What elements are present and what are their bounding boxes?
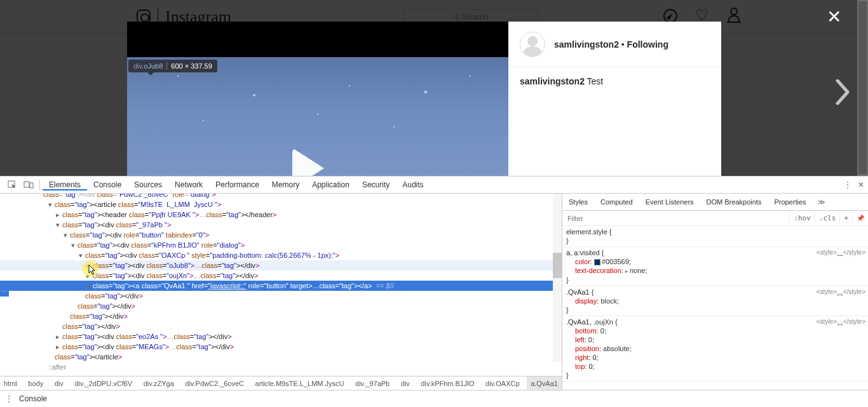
css-rule[interactable]: element.style {} [562, 226, 868, 247]
dom-row[interactable]: class="tag"><div class="PdwC2 _6oveC" ro… [0, 194, 562, 199]
inspect-element-icon[interactable] [4, 180, 20, 190]
dom-row[interactable]: class="tag"></div> [0, 311, 562, 321]
video-container[interactable]: div.oJub8 600 × 337.59 [127, 22, 508, 176]
page-viewport: Instagram ⚲ Search ✕ div.oJub8 600 × 337… [0, 0, 868, 176]
crumb[interactable]: div.OAXCp [482, 377, 524, 390]
dom-row[interactable]: class="tag"><div class="OAXCp " style="p… [0, 250, 562, 260]
dom-row[interactable]: class="tag"></div> [0, 301, 562, 311]
svg-rect-1 [24, 182, 29, 187]
tab-memory[interactable]: Memory [266, 180, 306, 189]
avatar[interactable] [520, 32, 545, 57]
devtools-body: class="tag"><div class="PdwC2 _6oveC" ro… [0, 194, 868, 390]
styles-tab-computed[interactable]: Computed [594, 194, 639, 210]
breadcrumbs[interactable]: htmlbodydivdiv._2dDPU.vCf6Vdiv.zZYgadiv.… [0, 376, 562, 390]
dom-row[interactable]: class="tag"><article class="M9sTE L_LMM … [0, 199, 562, 210]
dom-row[interactable]: class="tag"><div class="kPFhm B1JlO" rol… [0, 240, 562, 250]
drawer-tab-console[interactable]: Console [19, 394, 47, 403]
crumb[interactable]: div.zZYga [140, 377, 178, 390]
crumb[interactable]: body [24, 377, 47, 390]
styles-filter-row: :hov .cls + [562, 211, 868, 226]
devtools-right-tools: ⋮ ✕ [844, 180, 868, 189]
next-chevron-icon[interactable] [834, 79, 851, 107]
inspect-tooltip: div.oJub8 600 × 337.59 [128, 60, 217, 72]
tab-application[interactable]: Application [306, 180, 356, 189]
nav-icons [663, 9, 741, 23]
dom-row[interactable]: class="tag"></div> [0, 321, 562, 331]
elements-panel: class="tag"><div class="PdwC2 _6oveC" ro… [0, 194, 562, 390]
dom-row[interactable]: class="tag"><div role="button" tabindex=… [0, 230, 562, 240]
devtools-drawer: ⋮ Console [0, 390, 868, 407]
activity-icon[interactable] [695, 9, 709, 23]
hov-toggle[interactable]: :hov [789, 211, 815, 226]
dom-row[interactable]: class="tag"><a class="QvAa1 " href="java… [0, 281, 562, 291]
tooltip-el: div [133, 62, 142, 70]
crumb[interactable]: div [397, 377, 414, 390]
scrollbar-thumb[interactable] [858, 1, 867, 174]
css-rule[interactable]: <style>…</style>a, a:visited {color: #00… [562, 247, 868, 286]
crumb[interactable]: div._97aPb [351, 377, 393, 390]
dom-row[interactable]: class="tag"><div class="MEAGs">…class="t… [0, 342, 562, 352]
user-line: samlivingston2 • Following [554, 39, 668, 50]
crumb[interactable]: div._2dDPU.vCf6V [71, 377, 136, 390]
svg-rect-2 [30, 183, 33, 188]
tooltip-class: .oJub8 [142, 62, 163, 70]
dom-scroll-thumb[interactable] [553, 253, 562, 278]
styles-tab-dom-breakpoints[interactable]: DOM Breakpoints [700, 194, 768, 210]
profile-icon[interactable] [727, 9, 741, 23]
crumb[interactable]: article.M9sTE.L_LMM.JyscU [252, 377, 348, 390]
crumb[interactable]: div [51, 377, 67, 390]
styles-filter-input[interactable] [562, 211, 789, 225]
css-rule[interactable]: <style>…</style>.QvAa1 {display: block;} [562, 286, 868, 316]
kebab-icon[interactable]: ⋮ [844, 180, 851, 189]
styles-tab-event-listeners[interactable]: Event Listeners [639, 194, 700, 210]
tab-console[interactable]: Console [87, 180, 128, 189]
search-placeholder: Search [462, 12, 488, 22]
tab-performance[interactable]: Performance [209, 180, 266, 189]
styles-tabbar: StylesComputedEvent ListenersDOM Breakpo… [562, 194, 868, 211]
crumb[interactable]: a.QvAa1 [527, 377, 562, 390]
tab-security[interactable]: Security [356, 180, 396, 189]
post-modal: div.oJub8 600 × 337.59 samlivingston2 • … [127, 22, 721, 176]
drawer-kebab-icon[interactable]: ⋮ [5, 394, 13, 403]
tab-elements[interactable]: Elements [43, 180, 87, 190]
styles-rules[interactable]: element.style {}<style>…</style>a, a:vis… [562, 226, 868, 390]
new-rule-button[interactable]: + [839, 211, 852, 226]
dom-row[interactable]: class="tag"><div class="oJub8">…class="t… [0, 260, 562, 270]
css-rule[interactable]: <style>…</style>.QvAa1, .oujXn {bottom: … [562, 316, 868, 382]
dom-row[interactable]: class="tag"><div class="_97aPb "> [0, 220, 562, 230]
styles-tab-styles[interactable]: Styles [562, 194, 594, 211]
tooltip-dims: 600 × 337.59 [171, 62, 212, 70]
post-caption: samlivingston2 Test [508, 67, 721, 95]
tab-audits[interactable]: Audits [396, 180, 430, 189]
dom-row[interactable]: ::after [0, 362, 562, 372]
tab-network[interactable]: Network [168, 180, 209, 189]
crumb[interactable]: div.PdwC2._6oveC [181, 377, 248, 390]
crumb[interactable]: html [0, 377, 21, 390]
cls-toggle[interactable]: .cls [815, 211, 840, 226]
page-scrollbar[interactable] [857, 0, 868, 176]
dom-tree[interactable]: class="tag"><div class="PdwC2 _6oveC" ro… [0, 194, 562, 376]
post-sidebar: samlivingston2 • Following samlivingston… [508, 22, 721, 176]
styles-tabs-overflow-icon[interactable]: ≫ [813, 198, 831, 206]
dom-row[interactable]: class="tag"><header class="Ppjfr UE9AK "… [0, 210, 562, 220]
crumb[interactable]: div.kPFhm.B1JlO [417, 377, 478, 390]
devtools-tabbar: ElementsConsoleSourcesNetworkPerformance… [0, 177, 868, 194]
devtools-close-icon[interactable]: ✕ [858, 180, 864, 189]
caption-text: Test [585, 76, 603, 86]
dom-row[interactable]: class="tag"></div> [0, 291, 562, 301]
pin-icon[interactable] [852, 211, 868, 226]
post-header: samlivingston2 • Following [508, 22, 721, 67]
username-link[interactable]: samlivingston2 [554, 39, 619, 50]
play-icon[interactable] [292, 148, 324, 176]
explore-icon[interactable] [663, 9, 677, 23]
close-icon[interactable]: ✕ [827, 6, 841, 27]
dom-scrollbar[interactable] [553, 194, 562, 362]
tab-sources[interactable]: Sources [128, 180, 168, 189]
device-toggle-icon[interactable] [20, 180, 37, 190]
dom-row[interactable]: class="tag"><div class="oujXn">…class="t… [0, 270, 562, 281]
styles-tab-properties[interactable]: Properties [768, 194, 812, 210]
caption-username[interactable]: samlivingston2 [520, 76, 585, 86]
follow-button[interactable]: Following [627, 39, 668, 50]
dom-row[interactable]: class="tag"></article> [0, 352, 562, 362]
dom-row[interactable]: class="tag"><div class="eo2As ">…class="… [0, 331, 562, 342]
